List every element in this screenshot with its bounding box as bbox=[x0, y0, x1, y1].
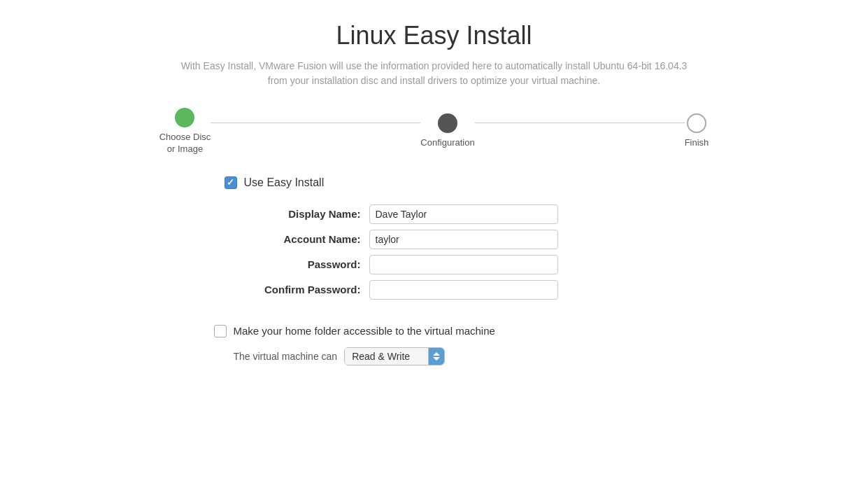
step-1: Choose Discor Image bbox=[159, 108, 211, 155]
confirm-password-label: Confirm Password: bbox=[239, 284, 361, 295]
password-label: Password: bbox=[239, 258, 361, 270]
step-1-circle bbox=[175, 108, 194, 127]
step-1-label: Choose Discor Image bbox=[159, 132, 211, 155]
vm-access-text: The virtual machine can bbox=[234, 351, 338, 362]
step-2-label: Configuration bbox=[420, 137, 474, 149]
step-3: Finish bbox=[685, 113, 709, 149]
account-name-label: Account Name: bbox=[239, 233, 361, 245]
password-row: Password: bbox=[239, 255, 644, 274]
step-3-circle bbox=[687, 113, 706, 133]
display-name-row: Display Name: bbox=[239, 204, 644, 224]
vm-access-row: The virtual machine can Read & Write Rea… bbox=[214, 347, 446, 365]
step-line-2 bbox=[475, 123, 685, 123]
confirm-password-input[interactable] bbox=[369, 280, 558, 300]
chevron-down-icon bbox=[433, 357, 440, 361]
account-name-row: Account Name: bbox=[239, 230, 644, 249]
home-folder-label: Make your home folder accessible to the … bbox=[234, 325, 495, 337]
easy-install-label: Use Easy Install bbox=[244, 176, 325, 189]
page-title: Linux Easy Install bbox=[336, 21, 532, 50]
easy-install-row: Use Easy Install bbox=[225, 176, 325, 189]
display-name-input[interactable] bbox=[369, 204, 558, 224]
access-stepper-btn[interactable] bbox=[429, 348, 444, 365]
home-folder-checkbox[interactable] bbox=[214, 325, 227, 337]
home-folder-check-row: Make your home folder accessible to the … bbox=[214, 325, 495, 337]
easy-install-checkbox[interactable] bbox=[225, 176, 237, 189]
step-line-1 bbox=[211, 123, 420, 123]
form-fields: Display Name: Account Name: Password: Co… bbox=[225, 204, 644, 305]
home-folder-section: Make your home folder accessible to the … bbox=[172, 325, 697, 365]
account-name-input[interactable] bbox=[369, 230, 558, 249]
confirm-password-row: Confirm Password: bbox=[239, 280, 644, 300]
password-input[interactable] bbox=[369, 255, 558, 274]
access-select[interactable]: Read & Write Read Only bbox=[345, 348, 429, 365]
form-container: Use Easy Install Display Name: Account N… bbox=[225, 176, 644, 305]
step-2-circle bbox=[438, 113, 457, 133]
display-name-label: Display Name: bbox=[239, 208, 361, 220]
chevron-up-icon bbox=[433, 352, 440, 356]
stepper: Choose Discor Image Configuration Finish bbox=[155, 108, 714, 155]
page-subtitle: With Easy Install, VMware Fusion will us… bbox=[172, 59, 697, 88]
step-2: Configuration bbox=[420, 113, 474, 149]
access-select-wrapper: Read & Write Read Only bbox=[344, 347, 445, 365]
step-3-label: Finish bbox=[685, 137, 709, 149]
